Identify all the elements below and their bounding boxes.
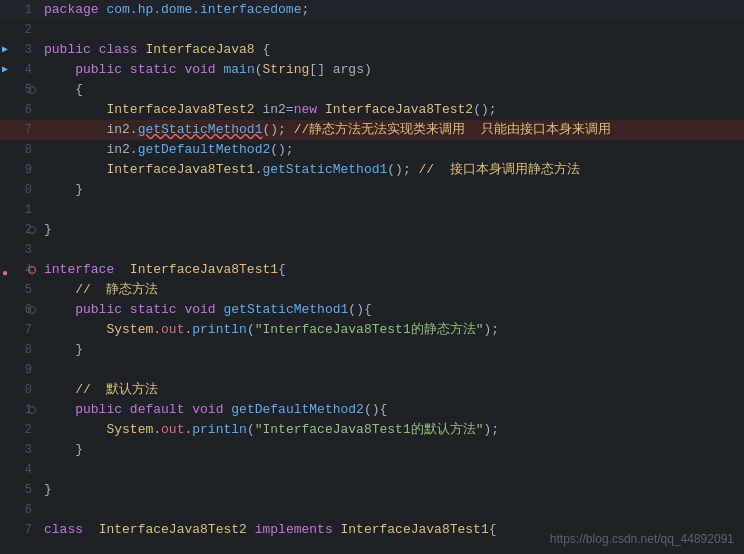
line-5: 5 { [0, 80, 744, 100]
line-26: 6 [0, 500, 744, 520]
line-content-7: in2.getStaticMethod1(); //静态方法无法实现类来调用 只… [40, 120, 744, 140]
line-content-15: // 静态方法 [40, 280, 744, 300]
line-3: ▶ 3 public class InterfaceJava8 { [0, 40, 744, 60]
line-content-9: InterfaceJava8Test1.getStaticMethod1(); … [40, 160, 744, 180]
line-content-14: interface InterfaceJava8Test1{ [40, 260, 744, 280]
line-11: 1 [0, 200, 744, 220]
line-7: 7 in2.getStaticMethod1(); //静态方法无法实现类来调用… [0, 120, 744, 140]
line-number-19: 9 [0, 360, 40, 380]
line-number-24: 4 [0, 460, 40, 480]
line-13: 3 [0, 240, 744, 260]
line-content-25: } [40, 480, 744, 500]
watermark: https://blog.csdn.net/qq_44892091 [550, 532, 734, 546]
line-25: 5 } [0, 480, 744, 500]
line-content-1: package com.hp.dome.interfacedome; [40, 0, 744, 20]
line-content-4: public static void main(String[] args) [40, 60, 744, 80]
line-22: 2 System.out.println("InterfaceJava8Test… [0, 420, 744, 440]
fold-dot-14 [28, 266, 36, 274]
line-content-12: } [40, 220, 744, 240]
line-12: 2 } [0, 220, 744, 240]
line-number-21: 1 [0, 400, 40, 420]
line-21: 1 public default void getDefaultMethod2(… [0, 400, 744, 420]
line-number-18: 8 [0, 340, 40, 360]
line-number-8: 8 [0, 140, 40, 160]
line-content-6: InterfaceJava8Test2 in2=new InterfaceJav… [40, 100, 744, 120]
line-content-8: in2.getDefaultMethod2(); [40, 140, 744, 160]
fold-arrow-3: ▶ [2, 40, 8, 60]
fold-dot-12 [28, 226, 36, 234]
line-number-3: ▶ 3 [0, 40, 40, 60]
line-content-16: public static void getStaticMethod1(){ [40, 300, 744, 320]
line-content-21: public default void getDefaultMethod2(){ [40, 400, 744, 420]
line-9: 9 InterfaceJava8Test1.getStaticMethod1()… [0, 160, 744, 180]
line-number-7: 7 [0, 120, 40, 140]
line-number-2: 2 [0, 20, 40, 40]
fold-dot-5 [28, 86, 36, 94]
line-2: 2 [0, 20, 744, 40]
line-number-26: 6 [0, 500, 40, 520]
line-20: 0 // 默认方法 [0, 380, 744, 400]
line-10: 0 } [0, 180, 744, 200]
line-15: 5 // 静态方法 [0, 280, 744, 300]
line-14: ● 4 interface InterfaceJava8Test1{ [0, 260, 744, 280]
line-number-20: 0 [0, 380, 40, 400]
line-content-5: { [40, 80, 744, 100]
line-number-9: 9 [0, 160, 40, 180]
line-content-17: System.out.println("InterfaceJava8Test1的… [40, 320, 744, 340]
line-number-13: 3 [0, 240, 40, 260]
line-number-14: ● 4 [0, 260, 40, 280]
line-number-17: 7 [0, 320, 40, 340]
line-16: 6 public static void getStaticMethod1(){ [0, 300, 744, 320]
line-number-4: ▶ 4 [0, 60, 40, 80]
line-number-23: 3 [0, 440, 40, 460]
line-number-5: 5 [0, 80, 40, 100]
line-number-15: 5 [0, 280, 40, 300]
line-number-1: 1 [0, 0, 40, 20]
line-number-11: 1 [0, 200, 40, 220]
line-number-25: 5 [0, 480, 40, 500]
line-18: 8 } [0, 340, 744, 360]
line-content-18: } [40, 340, 744, 360]
code-editor: 1 package com.hp.dome.interfacedome; 2 ▶… [0, 0, 744, 554]
line-content-22: System.out.println("InterfaceJava8Test1的… [40, 420, 744, 440]
line-17: 7 System.out.println("InterfaceJava8Test… [0, 320, 744, 340]
line-number-6: 6 [0, 100, 40, 120]
line-number-16: 6 [0, 300, 40, 320]
line-content-10: } [40, 180, 744, 200]
line-4: ▶ 4 public static void main(String[] arg… [0, 60, 744, 80]
line-content-23: } [40, 440, 744, 460]
line-number-27: 7 [0, 520, 40, 540]
line-19: 9 [0, 360, 744, 380]
line-content-3: public class InterfaceJava8 { [40, 40, 744, 60]
line-number-22: 2 [0, 420, 40, 440]
line-8: 8 in2.getDefaultMethod2(); [0, 140, 744, 160]
line-23: 3 } [0, 440, 744, 460]
line-number-10: 0 [0, 180, 40, 200]
fold-dot-21 [28, 406, 36, 414]
fold-arrow-4: ▶ [2, 60, 8, 80]
line-1: 1 package com.hp.dome.interfacedome; [0, 0, 744, 20]
line-24: 4 [0, 460, 744, 480]
fold-dot-16 [28, 306, 36, 314]
line-content-20: // 默认方法 [40, 380, 744, 400]
line-6: 6 InterfaceJava8Test2 in2=new InterfaceJ… [0, 100, 744, 120]
line-number-12: 2 [0, 220, 40, 240]
